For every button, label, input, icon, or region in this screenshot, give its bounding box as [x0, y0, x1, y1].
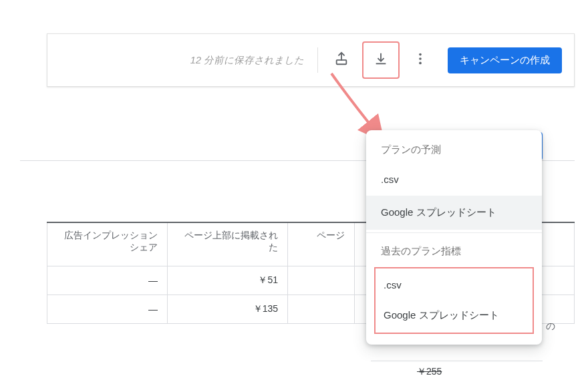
- create-campaign-button[interactable]: キャンペーンの作成: [448, 47, 562, 73]
- cell-share: —: [47, 295, 168, 324]
- menu-section-history: 過去のプラン指標: [366, 236, 542, 264]
- cell-page: [288, 266, 355, 295]
- cell-share: —: [47, 266, 168, 295]
- download-menu: プランの予測 .csv Google スプレッドシート 過去のプラン指標 .cs…: [366, 130, 542, 345]
- upload-icon: [334, 51, 349, 69]
- toolbar-separator: [317, 47, 318, 73]
- menu-item-history-csv[interactable]: .csv: [376, 270, 533, 300]
- save-status-text: 12 分前に保存されました: [190, 54, 304, 67]
- download-icon: [374, 51, 388, 69]
- download-button[interactable]: [362, 41, 400, 79]
- cell-top: ￥135: [168, 295, 288, 324]
- menu-item-forecast-csv[interactable]: .csv: [366, 163, 542, 196]
- more-button[interactable]: [405, 45, 436, 75]
- history-highlight-box: .csv Google スプレッドシート: [374, 267, 534, 334]
- truncated-text: の: [546, 321, 555, 333]
- cut-price-fragment: ￥255: [417, 366, 442, 378]
- col-page-partial: ページ: [288, 222, 355, 266]
- svg-point-2: [419, 57, 422, 60]
- share-button[interactable]: [326, 45, 357, 75]
- svg-point-1: [419, 53, 422, 56]
- cell-top: ￥51: [168, 266, 288, 295]
- menu-item-forecast-sheets[interactable]: Google スプレッドシート: [366, 196, 542, 230]
- cell-page: [288, 295, 355, 324]
- top-toolbar: 12 分前に保存されました キャンペーンの作成: [47, 33, 575, 87]
- col-impression-share: 広告インプレッションシェア: [47, 222, 168, 266]
- row-border-fragment: [371, 361, 543, 361]
- menu-section-forecast: プランの予測: [366, 134, 542, 163]
- menu-divider: [366, 232, 542, 233]
- svg-rect-0: [337, 60, 347, 64]
- col-top-of-page: ページ上部に掲載された: [168, 222, 288, 266]
- more-vert-icon: [413, 51, 428, 69]
- svg-point-3: [419, 62, 422, 65]
- menu-item-history-sheets[interactable]: Google スプレッドシート: [376, 300, 533, 331]
